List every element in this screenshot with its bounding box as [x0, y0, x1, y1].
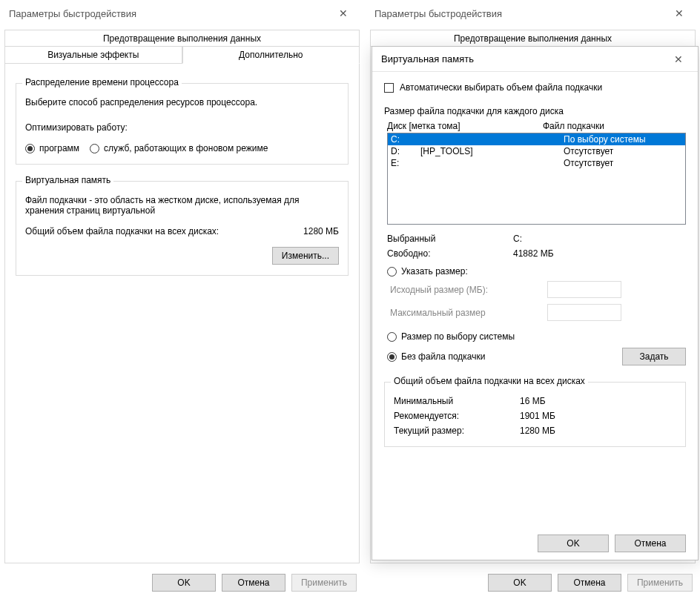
cancel-button[interactable]: Отмена: [222, 574, 285, 592]
tab-advanced[interactable]: Дополнительно: [182, 46, 360, 64]
ok-button[interactable]: OK: [152, 574, 216, 592]
radio-no-paging[interactable]: Без файла подкачки: [387, 351, 485, 362]
vm-total-label: Общий объем файла подкачки на всех диска…: [25, 226, 219, 236]
drive-letter: C:: [391, 134, 420, 145]
radio-programs[interactable]: программ: [25, 143, 79, 153]
selected-drive-value: C:: [513, 234, 686, 244]
col-file-header: Файл подкачки: [543, 121, 604, 131]
cur-value: 1280 МБ: [520, 426, 676, 436]
vm-desc: Файл подкачки - это область на жестком д…: [25, 195, 307, 216]
drive-row[interactable]: E: Отсутствует: [388, 157, 685, 169]
auto-manage-checkbox[interactable]: Автоматически выбирать объем файла подка…: [384, 82, 686, 93]
min-value: 16 МБ: [520, 396, 676, 406]
tab-content-advanced: Распределение времени процессора Выберит…: [4, 63, 360, 563]
radio-custom-label: Указать размер:: [401, 266, 468, 277]
window-title: Параметры быстродействия: [9, 8, 136, 19]
drive-letter: D:: [391, 146, 420, 156]
per-drive-label: Размер файла подкачки для каждого диска: [384, 106, 686, 116]
tab-dep[interactable]: Предотвращение выполнения данных: [4, 30, 360, 47]
cur-label: Текущий размер:: [394, 426, 520, 436]
cancel-button[interactable]: Отмена: [615, 535, 686, 552]
close-icon[interactable]: ✕: [664, 49, 693, 70]
radio-none-label: Без файла подкачки: [401, 351, 485, 362]
vm-total-value: 1280 МБ: [303, 226, 339, 236]
cpu-desc: Выберите способ распределения ресурсов п…: [25, 97, 339, 107]
group-totals: Общий объем файла подкачки на всех диска…: [384, 382, 686, 447]
close-icon[interactable]: ✕: [664, 3, 694, 24]
drive-label: [HP_TOOLS]: [420, 146, 564, 156]
drive-letter: E:: [391, 158, 420, 168]
tab-dep[interactable]: Предотвращение выполнения данных: [370, 30, 696, 47]
tab-visual-effects[interactable]: Визуальные эффекты: [4, 46, 182, 64]
max-size-label: Максимальный размер: [390, 308, 486, 318]
group-cpu-scheduling: Распределение времени процессора Выберит…: [16, 83, 349, 165]
apply-button: Применить: [627, 574, 693, 592]
radio-system-managed[interactable]: Размер по выбору системы: [387, 331, 676, 342]
window-title: Параметры быстродействия: [374, 8, 502, 19]
group-title: Общий объем файла подкачки на всех диска…: [391, 376, 588, 386]
close-icon[interactable]: ✕: [328, 3, 358, 24]
set-button[interactable]: Задать: [622, 348, 686, 365]
radio-programs-label: программ: [39, 143, 79, 153]
max-size-input: [547, 304, 621, 321]
drive-row[interactable]: C: По выбору системы: [388, 133, 685, 145]
radio-background-services[interactable]: служб, работающих в фоновом режиме: [90, 143, 268, 153]
ok-button[interactable]: OK: [538, 535, 609, 552]
min-label: Минимальный: [394, 396, 520, 406]
group-title: Виртуальная память: [22, 175, 113, 185]
change-button[interactable]: Изменить...: [272, 247, 339, 265]
radio-custom-size[interactable]: Указать размер:: [387, 266, 676, 277]
initial-size-input: [547, 281, 621, 298]
drive-file: По выбору системы: [564, 134, 682, 145]
drive-file: Отсутствует: [564, 158, 682, 168]
col-drive-header: Диск [метка тома]: [387, 121, 543, 131]
drive-row[interactable]: D: [HP_TOOLS] Отсутствует: [388, 145, 685, 157]
window-titlebar-left: Параметры быстродействия ✕: [0, 0, 364, 27]
ok-button[interactable]: OK: [488, 574, 552, 592]
dialog-title: Виртуальная память: [381, 53, 474, 64]
apply-button: Применить: [291, 574, 357, 592]
group-virtual-memory: Виртуальная память Файл подкачки - это о…: [16, 181, 349, 276]
drive-file: Отсутствует: [564, 146, 682, 156]
drive-list[interactable]: C: По выбору системы D: [HP_TOOLS] Отсут…: [387, 133, 686, 225]
rec-value: 1901 МБ: [520, 411, 676, 421]
auto-manage-label: Автоматически выбирать объем файла подка…: [400, 82, 602, 93]
drive-label: [420, 134, 564, 145]
free-space-value: 41882 МБ: [513, 248, 686, 259]
window-titlebar-right: Параметры быстродействия ✕: [366, 0, 700, 27]
rec-label: Рекомендуется:: [394, 411, 520, 421]
initial-size-label: Исходный размер (МБ):: [390, 285, 488, 295]
radio-services-label: служб, работающих в фоновом режиме: [104, 143, 268, 153]
drive-label: [420, 158, 564, 168]
cpu-optimize-label: Оптимизировать работу:: [25, 122, 339, 133]
cancel-button[interactable]: Отмена: [558, 574, 621, 592]
virtual-memory-dialog: Виртуальная память ✕ Автоматически выбир…: [372, 46, 699, 560]
group-title: Распределение времени процессора: [22, 77, 182, 87]
free-space-label: Свободно:: [387, 248, 513, 259]
radio-system-label: Размер по выбору системы: [401, 331, 515, 342]
selected-drive-label: Выбранный: [387, 234, 513, 244]
